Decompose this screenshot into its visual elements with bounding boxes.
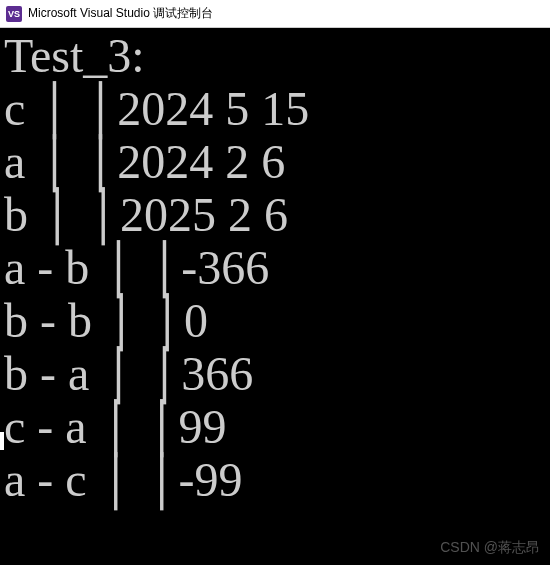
app-icon-label: VS (8, 9, 20, 19)
app-icon: VS (6, 6, 22, 22)
console-line: c - a │ │99 (4, 401, 550, 454)
console-line: b - a │ │366 (4, 348, 550, 401)
console-line: c │ │2024 5 15 (4, 83, 550, 136)
console-line: a - b │ │-366 (4, 242, 550, 295)
console-line: b - b │ │0 (4, 295, 550, 348)
console-output[interactable]: Test_3: c │ │2024 5 15 a │ │2024 2 6 b │… (0, 28, 550, 507)
cursor-indicator (0, 432, 4, 450)
console-line: a - c │ │-99 (4, 454, 550, 507)
console-line: b │ │2025 2 6 (4, 189, 550, 242)
window-titlebar: VS Microsoft Visual Studio 调试控制台 (0, 0, 550, 28)
console-line: a │ │2024 2 6 (4, 136, 550, 189)
window-title: Microsoft Visual Studio 调试控制台 (28, 5, 213, 22)
watermark: CSDN @蒋志昂 (440, 539, 540, 557)
console-line: Test_3: (4, 30, 550, 83)
